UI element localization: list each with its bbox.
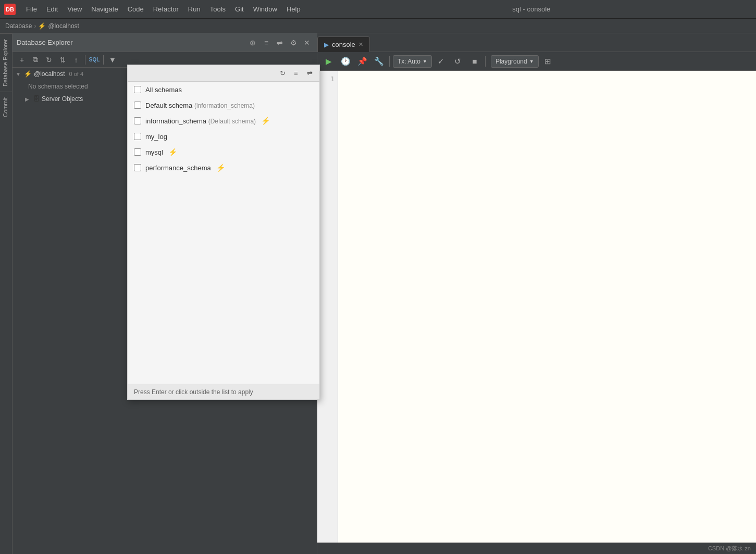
sql-console-panel: ▶ console ✕ ▶ 🕐 📌 🔧 Tx: Auto ▼ ✓ ↺ ■ Pla… xyxy=(317,33,756,554)
toolbar-separator-1 xyxy=(85,55,85,65)
rollback-button[interactable]: ↺ xyxy=(451,54,465,69)
pin-button[interactable]: 📌 xyxy=(355,54,369,69)
db-explorer-panel: Database Explorer ⊕ ≡ ⇌ ⚙ ✕ + ⧉ ↻ ⇅ ↑ SQ… xyxy=(13,33,317,554)
tx-label: Tx: Auto xyxy=(398,58,420,65)
sql-toolbar-sep-2 xyxy=(485,56,486,67)
console-tab-close[interactable]: ✕ xyxy=(358,41,363,48)
menu-view[interactable]: View xyxy=(63,4,86,14)
menu-code[interactable]: Code xyxy=(123,4,148,14)
run-button[interactable]: ▶ xyxy=(321,54,336,69)
console-tab-label: console xyxy=(332,41,355,48)
sql-gutter: 1 xyxy=(317,71,338,543)
breadcrumb-icon: ⚡ xyxy=(38,22,46,30)
schema-dropdown-toolbar: ↻ ≡ ⇌ xyxy=(128,65,319,82)
copy-button[interactable]: ⧉ xyxy=(29,54,42,66)
server-objects-icon: 🗄 xyxy=(33,95,40,103)
no-schemas-label: No schemas selected xyxy=(25,82,91,91)
console-tab-icon: ▶ xyxy=(324,41,329,48)
menu-window[interactable]: Window xyxy=(249,4,281,14)
menu-navigate[interactable]: Navigate xyxy=(87,4,122,14)
app-icon-label: DB xyxy=(6,6,14,12)
sql-content[interactable] xyxy=(338,71,756,543)
schema-dropdown: ↻ ≡ ⇌ All schemas Default schema (inform… xyxy=(127,65,320,400)
menu-tools[interactable]: Tools xyxy=(206,4,230,14)
grid-view-button[interactable]: ⊞ xyxy=(541,54,555,69)
tx-auto-button[interactable]: Tx: Auto ▼ xyxy=(393,55,432,68)
breadcrumb: Database › ⚡ @localhost xyxy=(0,19,756,33)
statusbar: CSDN @落水 zn xyxy=(317,543,756,554)
schema-item-my-log[interactable]: my_log xyxy=(128,129,319,144)
sql-editor[interactable]: 1 xyxy=(317,71,756,543)
schema-checkbox-performance-schema[interactable] xyxy=(134,164,141,171)
schema-item-default[interactable]: Default schema (information_schema) xyxy=(128,97,319,113)
split-button[interactable]: ⇌ xyxy=(274,37,286,48)
schema-item-mysql[interactable]: mysql ⚡ xyxy=(128,144,319,160)
sql-button[interactable]: SQL xyxy=(88,54,101,66)
add-button[interactable]: + xyxy=(16,54,28,66)
sql-toolbar-sep-1 xyxy=(389,56,390,67)
schema-checkbox-default[interactable] xyxy=(134,102,141,109)
app-icon: DB xyxy=(4,4,16,15)
db-explorer-header: Database Explorer ⊕ ≡ ⇌ ⚙ ✕ xyxy=(13,33,317,52)
line-number-1: 1 xyxy=(320,75,334,83)
stop-button[interactable]: ■ xyxy=(467,54,482,69)
refresh-button[interactable]: ↻ xyxy=(43,54,55,66)
lightning-icon-performance-schema: ⚡ xyxy=(216,163,225,172)
chevron-down-icon: ▼ xyxy=(16,71,22,77)
playground-button[interactable]: Playground ▼ xyxy=(491,55,539,68)
schema-checkbox-my-log[interactable] xyxy=(134,133,141,140)
settings-button[interactable]: ⚙ xyxy=(288,37,299,48)
lightning-icon-information-schema: ⚡ xyxy=(261,117,270,125)
schema-label-mysql: mysql xyxy=(145,148,163,156)
vertical-tabs: Database Explorer Commit xyxy=(0,33,13,554)
vtab-database-explorer[interactable]: Database Explorer xyxy=(0,33,12,92)
schema-dropdown-hint: Press Enter or click outside the list to… xyxy=(134,388,253,396)
vtab-commit[interactable]: Commit xyxy=(0,92,12,122)
tree-root-badge: 0 of 4 xyxy=(69,71,84,77)
menu-git[interactable]: Git xyxy=(231,4,248,14)
schema-refresh-button[interactable]: ↻ xyxy=(277,68,288,79)
schema-label-performance-schema: performance_schema xyxy=(145,164,211,172)
tree-root-label: @localhost xyxy=(34,70,65,78)
add-datasource-button[interactable]: ⊕ xyxy=(247,37,258,48)
toolbar-separator-2 xyxy=(103,55,104,65)
tab-console[interactable]: ▶ console ✕ xyxy=(317,36,370,52)
console-tabs: ▶ console ✕ xyxy=(317,33,756,52)
breadcrumb-database[interactable]: Database xyxy=(5,22,32,30)
titlebar: DB File Edit View Navigate Code Refactor… xyxy=(0,0,756,19)
history-button[interactable]: 🕐 xyxy=(338,54,353,69)
sync-button[interactable]: ⇅ xyxy=(56,54,69,66)
schema-checkbox-all[interactable] xyxy=(134,86,141,93)
db-explorer-title: Database Explorer xyxy=(17,39,245,46)
menu-refactor[interactable]: Refactor xyxy=(149,4,183,14)
window-title: sql - console xyxy=(311,5,752,13)
playground-label: Playground xyxy=(495,58,527,65)
up-button[interactable]: ↑ xyxy=(70,54,82,66)
properties-button[interactable]: ≡ xyxy=(261,37,272,48)
main-layout: Database Explorer Commit Database Explor… xyxy=(0,33,756,554)
schema-checkbox-information-schema[interactable] xyxy=(134,117,141,124)
menu-edit[interactable]: Edit xyxy=(42,4,62,14)
schema-label-default: Default schema (information_schema) xyxy=(145,102,255,109)
wrench-button[interactable]: 🔧 xyxy=(371,54,386,69)
lightning-icon-mysql: ⚡ xyxy=(168,148,177,156)
menu-help[interactable]: Help xyxy=(282,4,305,14)
tree-server-objects-label: Server Objects xyxy=(42,95,83,103)
schema-filter-button[interactable]: ⇌ xyxy=(304,68,315,79)
schema-item-performance-schema[interactable]: performance_schema ⚡ xyxy=(128,160,319,175)
menu-file[interactable]: File xyxy=(22,4,41,14)
close-panel-button[interactable]: ✕ xyxy=(301,37,313,48)
menu-bar: File Edit View Navigate Code Refactor Ru… xyxy=(22,4,305,14)
schema-item-information-schema[interactable]: information_schema (Default schema) ⚡ xyxy=(128,113,319,129)
commit-button[interactable]: ✓ xyxy=(434,54,449,69)
playground-chevron-icon: ▼ xyxy=(529,59,534,64)
schema-item-all[interactable]: All schemas xyxy=(128,82,319,97)
schema-checkbox-mysql[interactable] xyxy=(134,148,141,156)
menu-run[interactable]: Run xyxy=(184,4,205,14)
filter-button[interactable]: ▼ xyxy=(106,54,119,66)
breadcrumb-sep: › xyxy=(34,22,36,30)
schema-label-my-log: my_log xyxy=(145,133,167,141)
breadcrumb-localhost[interactable]: @localhost xyxy=(48,22,79,30)
schema-sort-button[interactable]: ≡ xyxy=(290,68,302,79)
connection-icon: ⚡ xyxy=(24,70,32,78)
